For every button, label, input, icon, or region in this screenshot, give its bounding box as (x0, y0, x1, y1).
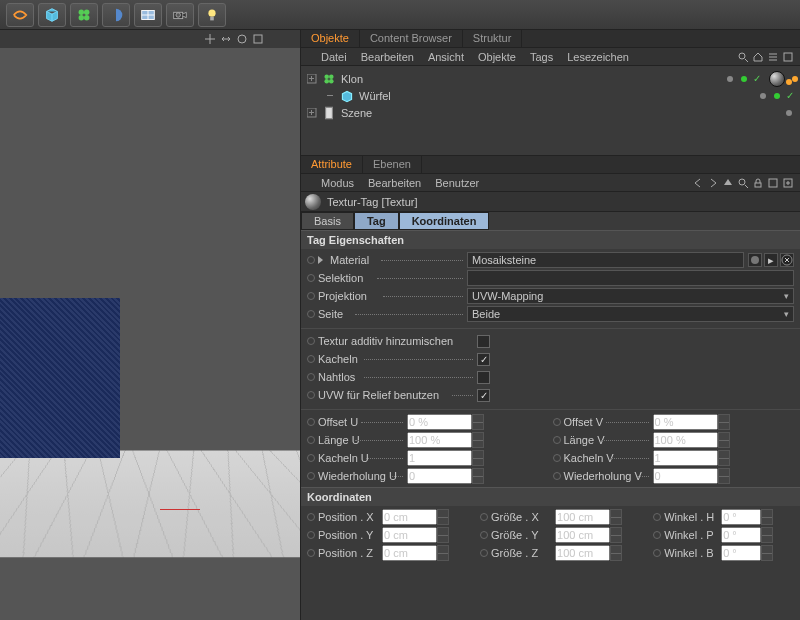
tag-dot[interactable] (792, 76, 798, 82)
input-winkel-h[interactable] (721, 509, 761, 525)
input-länge-v[interactable] (653, 432, 718, 448)
input-kacheln-u[interactable] (407, 450, 472, 466)
spinner[interactable] (718, 432, 730, 448)
deformer-icon[interactable] (6, 3, 34, 27)
input-winkel-b[interactable] (721, 545, 761, 561)
tab-attribute[interactable]: Attribute (301, 156, 363, 173)
spinner[interactable] (472, 468, 484, 484)
spinner[interactable] (761, 545, 773, 561)
tree-expand[interactable] (307, 74, 317, 84)
input-offset-v[interactable] (653, 414, 718, 430)
render-check[interactable]: ✓ (786, 90, 794, 101)
tree-expand[interactable] (325, 91, 335, 101)
menu-benutzer[interactable]: Benutzer (435, 177, 479, 189)
input-wiederholung-v[interactable] (653, 468, 718, 484)
menu-datei[interactable]: Datei (321, 51, 347, 63)
tab-struktur[interactable]: Struktur (463, 30, 523, 47)
seite-dropdown[interactable]: Beide (467, 306, 794, 322)
spinner[interactable] (437, 527, 449, 543)
input-offset-u[interactable] (407, 414, 472, 430)
new-attr-icon[interactable] (767, 177, 779, 189)
list-icon[interactable] (767, 51, 779, 63)
input-größe-x[interactable] (555, 509, 610, 525)
input-kacheln-v[interactable] (653, 450, 718, 466)
menu-objekte[interactable]: Objekte (478, 51, 516, 63)
menu-tags[interactable]: Tags (530, 51, 553, 63)
spinner[interactable] (718, 414, 730, 430)
lock-icon[interactable] (752, 177, 764, 189)
texture-tag-icon[interactable] (769, 71, 785, 87)
spinner[interactable] (610, 527, 622, 543)
input-länge-u[interactable] (407, 432, 472, 448)
tab-content-browser[interactable]: Content Browser (360, 30, 463, 47)
render-check[interactable]: ✓ (753, 73, 761, 84)
checkbox-textur-additiv-hinzumischen[interactable] (477, 335, 490, 348)
spinner[interactable] (761, 527, 773, 543)
selektion-input[interactable] (467, 270, 794, 286)
menu-lesezeichen[interactable]: Lesezeichen (567, 51, 629, 63)
input-wiederholung-u[interactable] (407, 468, 472, 484)
tree-item-szene[interactable]: Szene (341, 107, 372, 119)
subtab-basis[interactable]: Basis (301, 212, 354, 230)
camera-icon[interactable] (166, 3, 194, 27)
clone-icon[interactable] (70, 3, 98, 27)
maximize-attr-icon[interactable] (782, 177, 794, 189)
spinner[interactable] (718, 468, 730, 484)
viewport-pan-icon[interactable] (204, 33, 216, 45)
maximize-icon[interactable] (782, 51, 794, 63)
spinner[interactable] (610, 509, 622, 525)
input-größe-z[interactable] (555, 545, 610, 561)
material-field[interactable]: Mosaiksteine (467, 252, 744, 268)
spinner[interactable] (472, 414, 484, 430)
material-expand[interactable] (318, 256, 326, 264)
light-icon[interactable] (198, 3, 226, 27)
boole-icon[interactable] (102, 3, 130, 27)
menu-modus[interactable]: Modus (321, 177, 354, 189)
material-picker-icon[interactable] (748, 253, 762, 267)
viewport[interactable] (0, 48, 300, 620)
input-position-x[interactable] (382, 509, 437, 525)
subtab-koordinaten[interactable]: Koordinaten (399, 212, 490, 230)
tab-ebenen[interactable]: Ebenen (363, 156, 422, 173)
projektion-dropdown[interactable]: UVW-Mapping (467, 288, 794, 304)
floor-icon[interactable] (134, 3, 162, 27)
viewport-rotate-icon[interactable] (236, 33, 248, 45)
search-attr-icon[interactable] (737, 177, 749, 189)
spinner[interactable] (437, 545, 449, 561)
search-icon[interactable] (737, 51, 749, 63)
spinner[interactable] (437, 509, 449, 525)
tab-objekte[interactable]: Objekte (301, 30, 360, 47)
history-back-icon[interactable] (692, 177, 704, 189)
tree-item-würfel[interactable]: Würfel (359, 90, 391, 102)
material-clear-icon[interactable] (780, 253, 794, 267)
checkbox-kacheln[interactable] (477, 353, 490, 366)
spinner[interactable] (761, 509, 773, 525)
layer-dot[interactable] (786, 110, 792, 116)
spinner[interactable] (472, 432, 484, 448)
visibility-dot[interactable] (774, 93, 780, 99)
tree-expand[interactable] (307, 108, 317, 118)
menu-bearbeiten-attr[interactable]: Bearbeiten (368, 177, 421, 189)
input-position-z[interactable] (382, 545, 437, 561)
input-position-y[interactable] (382, 527, 437, 543)
spinner[interactable] (472, 450, 484, 466)
material-expand-icon[interactable]: ▸ (764, 253, 778, 267)
input-winkel-p[interactable] (721, 527, 761, 543)
menu-bearbeiten[interactable]: Bearbeiten (361, 51, 414, 63)
subtab-tag[interactable]: Tag (354, 212, 399, 230)
cube-icon[interactable] (38, 3, 66, 27)
viewport-zoom-icon[interactable] (220, 33, 232, 45)
up-icon[interactable] (722, 177, 734, 189)
input-größe-y[interactable] (555, 527, 610, 543)
spinner[interactable] (718, 450, 730, 466)
layer-dot[interactable] (727, 76, 733, 82)
checkbox-uvw-für-relief-benutzen[interactable] (477, 389, 490, 402)
home-icon[interactable] (752, 51, 764, 63)
layer-dot[interactable] (760, 93, 766, 99)
visibility-dot[interactable] (741, 76, 747, 82)
tree-item-klon[interactable]: Klon (341, 73, 363, 85)
viewport-maximize-icon[interactable] (252, 33, 264, 45)
spinner[interactable] (610, 545, 622, 561)
checkbox-nahtlos[interactable] (477, 371, 490, 384)
menu-ansicht[interactable]: Ansicht (428, 51, 464, 63)
